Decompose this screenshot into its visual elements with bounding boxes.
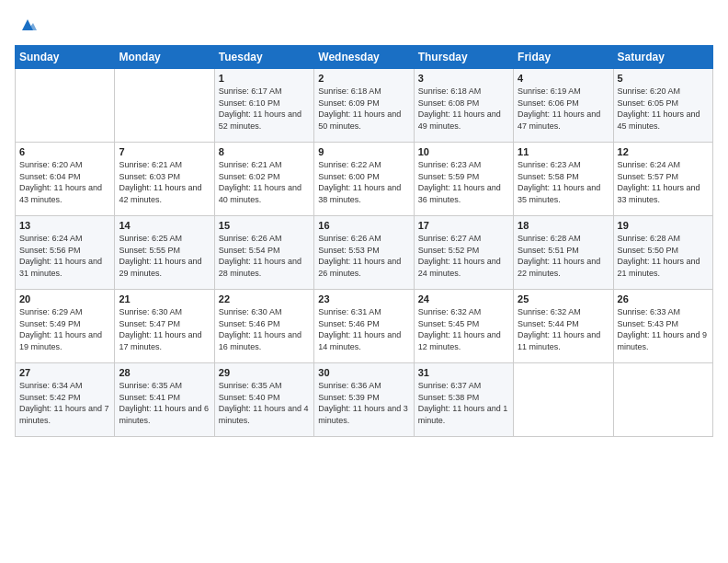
calendar-cell: 26Sunrise: 6:33 AM Sunset: 5:43 PM Dayli… xyxy=(613,290,712,363)
day-info: Sunrise: 6:30 AM Sunset: 5:47 PM Dayligh… xyxy=(119,306,210,352)
day-number: 27 xyxy=(19,367,110,378)
day-info: Sunrise: 6:20 AM Sunset: 6:04 PM Dayligh… xyxy=(19,159,110,205)
calendar-cell: 30Sunrise: 6:36 AM Sunset: 5:39 PM Dayli… xyxy=(314,363,414,437)
page-header xyxy=(15,15,713,34)
day-info: Sunrise: 6:34 AM Sunset: 5:42 PM Dayligh… xyxy=(19,380,110,426)
day-number: 10 xyxy=(418,146,509,157)
day-info: Sunrise: 6:37 AM Sunset: 5:38 PM Dayligh… xyxy=(418,380,509,426)
day-number: 26 xyxy=(618,293,709,304)
day-number: 19 xyxy=(618,220,709,231)
calendar-cell: 12Sunrise: 6:24 AM Sunset: 5:57 PM Dayli… xyxy=(613,143,712,216)
calendar-cell: 19Sunrise: 6:28 AM Sunset: 5:50 PM Dayli… xyxy=(613,216,712,290)
calendar-week-row: 1Sunrise: 6:17 AM Sunset: 6:10 PM Daylig… xyxy=(16,69,713,143)
calendar-cell: 3Sunrise: 6:18 AM Sunset: 6:08 PM Daylig… xyxy=(414,69,513,143)
day-info: Sunrise: 6:19 AM Sunset: 6:06 PM Dayligh… xyxy=(518,86,609,132)
calendar-cell: 2Sunrise: 6:18 AM Sunset: 6:09 PM Daylig… xyxy=(314,69,414,143)
day-info: Sunrise: 6:26 AM Sunset: 5:53 PM Dayligh… xyxy=(318,233,409,279)
day-info: Sunrise: 6:18 AM Sunset: 6:09 PM Dayligh… xyxy=(318,86,409,132)
day-info: Sunrise: 6:24 AM Sunset: 5:57 PM Dayligh… xyxy=(618,159,709,205)
day-number: 31 xyxy=(418,367,509,378)
day-number: 11 xyxy=(518,146,609,157)
calendar-cell: 9Sunrise: 6:22 AM Sunset: 6:00 PM Daylig… xyxy=(314,143,414,216)
day-info: Sunrise: 6:22 AM Sunset: 6:00 PM Dayligh… xyxy=(318,159,409,205)
calendar-cell: 21Sunrise: 6:30 AM Sunset: 5:47 PM Dayli… xyxy=(115,290,214,363)
day-info: Sunrise: 6:28 AM Sunset: 5:50 PM Dayligh… xyxy=(618,233,709,279)
day-info: Sunrise: 6:32 AM Sunset: 5:44 PM Dayligh… xyxy=(518,306,609,352)
day-number: 2 xyxy=(318,73,409,84)
calendar-cell: 10Sunrise: 6:23 AM Sunset: 5:59 PM Dayli… xyxy=(414,143,513,216)
day-number: 20 xyxy=(19,293,110,304)
day-number: 21 xyxy=(119,293,210,304)
day-number: 30 xyxy=(318,367,409,378)
day-header-monday: Monday xyxy=(115,46,214,69)
day-info: Sunrise: 6:28 AM Sunset: 5:51 PM Dayligh… xyxy=(518,233,609,279)
calendar-cell: 7Sunrise: 6:21 AM Sunset: 6:03 PM Daylig… xyxy=(115,143,214,216)
calendar-table: SundayMondayTuesdayWednesdayThursdayFrid… xyxy=(15,45,713,437)
day-info: Sunrise: 6:17 AM Sunset: 6:10 PM Dayligh… xyxy=(219,86,310,132)
calendar-cell xyxy=(514,363,613,437)
day-header-tuesday: Tuesday xyxy=(214,46,313,69)
day-number: 12 xyxy=(618,146,709,157)
day-info: Sunrise: 6:26 AM Sunset: 5:54 PM Dayligh… xyxy=(219,233,310,279)
calendar-cell: 23Sunrise: 6:31 AM Sunset: 5:46 PM Dayli… xyxy=(314,290,414,363)
day-header-friday: Friday xyxy=(514,46,613,69)
calendar-cell xyxy=(115,69,214,143)
calendar-cell: 14Sunrise: 6:25 AM Sunset: 5:55 PM Dayli… xyxy=(115,216,214,290)
day-info: Sunrise: 6:21 AM Sunset: 6:03 PM Dayligh… xyxy=(119,159,210,205)
day-number: 24 xyxy=(418,293,509,304)
day-number: 4 xyxy=(518,73,609,84)
calendar-cell: 5Sunrise: 6:20 AM Sunset: 6:05 PM Daylig… xyxy=(613,69,712,143)
calendar-cell: 31Sunrise: 6:37 AM Sunset: 5:38 PM Dayli… xyxy=(414,363,513,437)
calendar-cell: 27Sunrise: 6:34 AM Sunset: 5:42 PM Dayli… xyxy=(16,363,115,437)
day-number: 15 xyxy=(219,220,310,231)
day-number: 28 xyxy=(119,367,210,378)
day-info: Sunrise: 6:25 AM Sunset: 5:55 PM Dayligh… xyxy=(119,233,210,279)
logo xyxy=(15,15,37,34)
calendar-cell: 18Sunrise: 6:28 AM Sunset: 5:51 PM Dayli… xyxy=(514,216,613,290)
day-number: 16 xyxy=(318,220,409,231)
calendar-cell: 22Sunrise: 6:30 AM Sunset: 5:46 PM Dayli… xyxy=(214,290,313,363)
day-info: Sunrise: 6:35 AM Sunset: 5:40 PM Dayligh… xyxy=(219,380,310,426)
calendar-week-row: 13Sunrise: 6:24 AM Sunset: 5:56 PM Dayli… xyxy=(16,216,713,290)
calendar-header-row: SundayMondayTuesdayWednesdayThursdayFrid… xyxy=(16,46,713,69)
day-header-wednesday: Wednesday xyxy=(314,46,414,69)
calendar-cell: 24Sunrise: 6:32 AM Sunset: 5:45 PM Dayli… xyxy=(414,290,513,363)
calendar-cell: 15Sunrise: 6:26 AM Sunset: 5:54 PM Dayli… xyxy=(214,216,313,290)
day-info: Sunrise: 6:31 AM Sunset: 5:46 PM Dayligh… xyxy=(318,306,409,352)
calendar-cell: 13Sunrise: 6:24 AM Sunset: 5:56 PM Dayli… xyxy=(16,216,115,290)
day-number: 22 xyxy=(219,293,310,304)
day-info: Sunrise: 6:27 AM Sunset: 5:52 PM Dayligh… xyxy=(418,233,509,279)
day-header-sunday: Sunday xyxy=(16,46,115,69)
calendar-cell: 20Sunrise: 6:29 AM Sunset: 5:49 PM Dayli… xyxy=(16,290,115,363)
calendar-cell xyxy=(613,363,712,437)
day-info: Sunrise: 6:29 AM Sunset: 5:49 PM Dayligh… xyxy=(19,306,110,352)
day-number: 3 xyxy=(418,73,509,84)
calendar-week-row: 6Sunrise: 6:20 AM Sunset: 6:04 PM Daylig… xyxy=(16,143,713,216)
day-number: 17 xyxy=(418,220,509,231)
calendar-cell: 17Sunrise: 6:27 AM Sunset: 5:52 PM Dayli… xyxy=(414,216,513,290)
day-number: 7 xyxy=(119,146,210,157)
calendar-cell: 28Sunrise: 6:35 AM Sunset: 5:41 PM Dayli… xyxy=(115,363,214,437)
day-number: 5 xyxy=(618,73,709,84)
day-info: Sunrise: 6:24 AM Sunset: 5:56 PM Dayligh… xyxy=(19,233,110,279)
calendar-week-row: 20Sunrise: 6:29 AM Sunset: 5:49 PM Dayli… xyxy=(16,290,713,363)
day-info: Sunrise: 6:23 AM Sunset: 5:58 PM Dayligh… xyxy=(518,159,609,205)
day-info: Sunrise: 6:33 AM Sunset: 5:43 PM Dayligh… xyxy=(618,306,709,352)
calendar-cell: 1Sunrise: 6:17 AM Sunset: 6:10 PM Daylig… xyxy=(214,69,313,143)
calendar-cell: 29Sunrise: 6:35 AM Sunset: 5:40 PM Dayli… xyxy=(214,363,313,437)
day-info: Sunrise: 6:32 AM Sunset: 5:45 PM Dayligh… xyxy=(418,306,509,352)
day-number: 14 xyxy=(119,220,210,231)
day-number: 1 xyxy=(219,73,310,84)
calendar-week-row: 27Sunrise: 6:34 AM Sunset: 5:42 PM Dayli… xyxy=(16,363,713,437)
day-header-thursday: Thursday xyxy=(414,46,513,69)
day-number: 8 xyxy=(219,146,310,157)
calendar-cell: 11Sunrise: 6:23 AM Sunset: 5:58 PM Dayli… xyxy=(514,143,613,216)
day-info: Sunrise: 6:21 AM Sunset: 6:02 PM Dayligh… xyxy=(219,159,310,205)
day-info: Sunrise: 6:30 AM Sunset: 5:46 PM Dayligh… xyxy=(219,306,310,352)
day-header-saturday: Saturday xyxy=(613,46,712,69)
calendar-cell: 8Sunrise: 6:21 AM Sunset: 6:02 PM Daylig… xyxy=(214,143,313,216)
calendar-cell: 16Sunrise: 6:26 AM Sunset: 5:53 PM Dayli… xyxy=(314,216,414,290)
day-number: 25 xyxy=(518,293,609,304)
day-number: 18 xyxy=(518,220,609,231)
day-number: 9 xyxy=(318,146,409,157)
